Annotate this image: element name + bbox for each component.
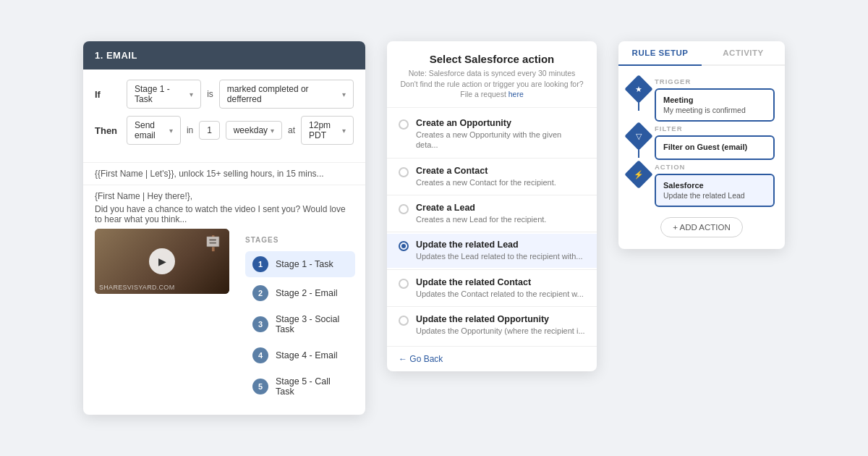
stage-item[interactable]: 4 Stage 4 - Email	[245, 342, 355, 368]
trigger-label: TRIGGER	[655, 77, 775, 85]
stage-number: 2	[252, 285, 268, 301]
sf-option-text: Update the related Opportunity Updates t…	[416, 314, 585, 336]
video-watermark: SHARESVISYARD.COM	[99, 284, 174, 291]
action-subtitle: Update the related Lead	[663, 191, 766, 200]
sf-note: Note: Salesforce data is synced every 30…	[399, 68, 585, 100]
stage-item[interactable]: 1 Stage 1 - Task	[245, 251, 355, 277]
chevron-icon: ▾	[342, 90, 346, 98]
filter-node[interactable]: Filter on Guest (email)	[655, 135, 775, 160]
trigger-section: ★ TRIGGER Meeting My meeting is confirme…	[629, 77, 775, 122]
sf-option-text: Update the related Contact Updates the C…	[416, 277, 584, 299]
stage-item[interactable]: 2 Stage 2 - Email	[245, 280, 355, 306]
is-label: is	[207, 89, 213, 99]
video-play-button[interactable]: ▶	[149, 248, 175, 274]
filter-title: Filter on Guest (email)	[663, 143, 766, 151]
rule-tabs: RULE SETUP ACTIVITY	[618, 41, 785, 66]
delay-number-input[interactable]: 1	[199, 121, 219, 140]
chevron-icon: ▾	[190, 90, 193, 98]
unit-select[interactable]: weekday ▾	[226, 121, 282, 140]
sf-option-create-lead[interactable]: Create a Lead Creates a new Lead for the…	[387, 197, 597, 230]
panel-header: 1. EMAIL	[83, 41, 365, 69]
if-row: If Stage 1 - Task ▾ is marked completed …	[95, 80, 354, 109]
email-subject: {{First Name | Let's}}, unlock 15+ selli…	[83, 163, 365, 185]
stage-number: 3	[252, 316, 268, 332]
add-action-button[interactable]: + ADD ACTION	[660, 217, 743, 237]
stage-name: Stage 4 - Email	[276, 350, 337, 360]
chevron-icon: ▾	[271, 127, 274, 135]
action-node[interactable]: Salesforce Update the related Lead	[655, 174, 775, 207]
rule-flow-body: ★ TRIGGER Meeting My meeting is confirme…	[618, 66, 785, 249]
stage-name: Stage 5 - Call Task	[276, 376, 348, 397]
chevron-icon: ▾	[169, 127, 173, 135]
trigger-title: Meeting	[663, 96, 766, 104]
in-label: in	[187, 125, 193, 135]
tab-rule-setup[interactable]: RULE SETUP	[618, 41, 702, 66]
trigger-star-icon: ★	[635, 85, 642, 94]
filter-section: ▽ FILTER Filter on Guest (email)	[629, 124, 775, 160]
sf-options-list: Create an Opportunity Creates a new Oppo…	[387, 108, 597, 346]
stage-number: 5	[252, 379, 268, 394]
action-label: ACTION	[655, 163, 775, 171]
then-row: Then Send email ▾ in 1 weekday ▾ at 12pm…	[95, 116, 354, 145]
sf-option-text: Create an Opportunity Creates a new Oppo…	[416, 118, 585, 151]
sf-option-text: Update the related Lead Updates the Lead…	[416, 240, 583, 261]
if-label: If	[95, 89, 121, 100]
send-email-select[interactable]: Send email ▾	[127, 116, 181, 145]
action-title: Salesforce	[663, 181, 766, 190]
action-lightning-icon: ⚡	[634, 170, 644, 180]
sf-radio[interactable]	[399, 167, 409, 177]
sf-option-text: Create a Contact Creates a new Contact f…	[416, 166, 556, 187]
filter-label: FILTER	[655, 124, 775, 132]
stage-item[interactable]: 3 Stage 3 - Social Task	[245, 309, 355, 339]
sf-header: Select Salesforce action Note: Salesforc…	[387, 41, 597, 108]
go-back-button[interactable]: ← Go Back	[387, 346, 597, 371]
sf-here-link[interactable]: here	[509, 90, 524, 98]
sf-radio[interactable]	[399, 204, 409, 214]
stage-name: Stage 3 - Social Task	[276, 314, 348, 334]
if-condition-section: If Stage 1 - Task ▾ is marked completed …	[83, 69, 365, 163]
video-thumbnail[interactable]: 🪧 ▶ SHARESVISYARD.COM	[95, 229, 229, 294]
sf-option-create-opportunity[interactable]: Create an Opportunity Creates a new Oppo…	[387, 112, 597, 156]
stage-number: 4	[252, 347, 268, 363]
time-select[interactable]: 12pm PDT ▾	[301, 116, 354, 145]
trigger-node[interactable]: Meeting My meeting is confirmed	[655, 88, 775, 122]
then-label: Then	[95, 125, 121, 136]
sf-radio[interactable]	[399, 316, 409, 326]
tab-activity[interactable]: ACTIVITY	[702, 41, 785, 64]
stage-name: Stage 2 - Email	[276, 288, 337, 298]
at-label: at	[288, 125, 295, 135]
sf-option-create-contact[interactable]: Create a Contact Creates a new Contact f…	[387, 160, 597, 193]
trigger-subtitle: My meeting is confirmed	[663, 106, 766, 114]
salesforce-action-panel: Select Salesforce action Note: Salesforc…	[387, 41, 597, 371]
stages-list: STAGES 1 Stage 1 - Task 2 Stage 2 - Emai…	[235, 229, 365, 412]
trigger-diamond: ★	[624, 75, 653, 104]
sf-option-update-lead[interactable]: Update the related Lead Updates the Lead…	[387, 234, 597, 267]
stage-name: Stage 1 - Task	[276, 259, 333, 269]
sf-radio[interactable]	[399, 119, 409, 130]
stages-title: STAGES	[245, 236, 355, 244]
sf-radio[interactable]	[399, 279, 409, 289]
filter-diamond: ▽	[624, 122, 653, 151]
chevron-icon: ▾	[342, 127, 346, 135]
sf-title: Select Salesforce action	[399, 53, 585, 65]
stage-select[interactable]: Stage 1 - Task ▾	[127, 80, 201, 109]
condition-value-select[interactable]: marked completed or defferred ▾	[219, 80, 354, 109]
sf-radio-checked[interactable]	[399, 241, 409, 251]
action-diamond: ⚡	[624, 160, 653, 189]
filter-icon: ▽	[636, 132, 642, 141]
sf-option-text: Create a Lead Creates a new Lead for the…	[416, 203, 546, 224]
email-rule-panel: 1. EMAIL If Stage 1 - Task ▾ is marked c…	[83, 41, 365, 415]
sf-option-update-contact[interactable]: Update the related Contact Updates the C…	[387, 271, 597, 305]
sf-option-update-opportunity[interactable]: Update the related Opportunity Updates t…	[387, 308, 597, 342]
rule-setup-panel: RULE SETUP ACTIVITY ★ TRIGGER Meeting	[618, 41, 785, 249]
stage-item[interactable]: 5 Stage 5 - Call Task	[245, 371, 355, 402]
stage-number: 1	[252, 256, 268, 272]
email-body: {First Name | Hey there!}, Did you have …	[83, 185, 365, 229]
action-section: ⚡ ACTION Salesforce Update the related L…	[629, 163, 775, 207]
